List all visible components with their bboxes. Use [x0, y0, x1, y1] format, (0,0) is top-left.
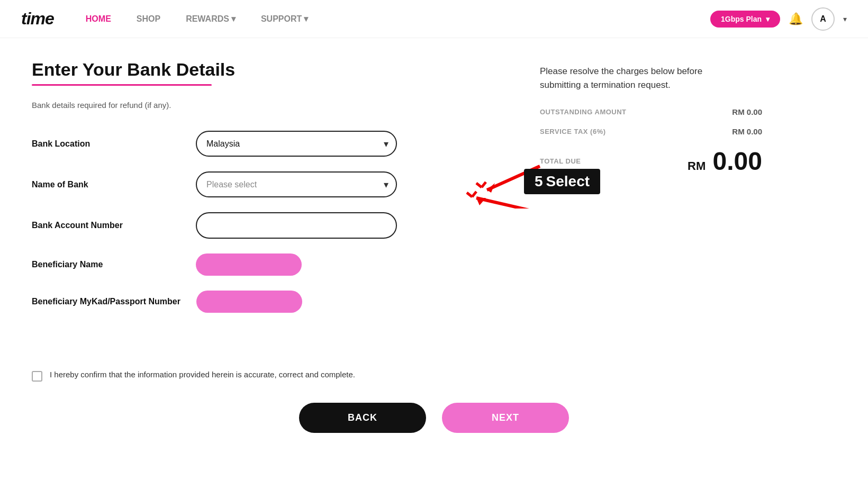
form-subtitle: Bank details required for refund (if any…	[32, 101, 498, 110]
plan-chevron-icon: ▾	[766, 15, 770, 23]
beneficiary-mykad-row: Beneficiary MyKad/Passport Number	[32, 291, 498, 313]
bank-name-select-wrapper: Please select Maybank CIMB Bank Public B…	[196, 171, 397, 197]
service-tax-row: SERVICE TAX (6%) RM 0.00	[540, 127, 762, 136]
svg-line-4	[476, 198, 545, 209]
bank-name-select[interactable]: Please select Maybank CIMB Bank Public B…	[196, 171, 397, 197]
outstanding-row: OUTSTANDING AMOUNT RM 0.00	[540, 107, 762, 116]
chevron-down-icon: ▾	[231, 14, 236, 24]
back-button[interactable]: BACK	[299, 403, 426, 433]
avatar-dropdown-icon[interactable]: ▾	[843, 15, 847, 23]
checkbox-section: I hereby confirm that the information pr…	[0, 370, 868, 382]
bank-account-row: Bank Account Number	[32, 212, 498, 239]
total-label: TOTAL DUE	[540, 157, 581, 165]
svg-line-6	[467, 193, 472, 197]
plan-badge[interactable]: 1Gbps Plan ▾	[710, 11, 780, 28]
bank-account-input[interactable]	[196, 212, 397, 239]
bank-location-select[interactable]: Malaysia Singapore Other	[196, 131, 397, 157]
beneficiary-name-row: Beneficiary Name	[32, 253, 498, 276]
total-value: RM 0.00	[688, 147, 762, 176]
charges-table: OUTSTANDING AMOUNT RM 0.00 SERVICE TAX (…	[540, 107, 762, 176]
nav-right: 1Gbps Plan ▾ 🔔 A ▾	[710, 7, 847, 31]
form-section: Enter Your Bank Details Bank details req…	[32, 59, 498, 328]
title-underline	[32, 84, 212, 86]
svg-marker-5	[476, 198, 486, 205]
beneficiary-name-label: Beneficiary Name	[32, 260, 180, 269]
bank-location-row: Bank Location Malaysia Singapore Other ▾	[32, 131, 498, 157]
nav-rewards[interactable]: REWARDS ▾	[186, 14, 236, 24]
main-content: Enter Your Bank Details Bank details req…	[0, 38, 868, 349]
beneficiary-mykad-control	[196, 291, 397, 313]
svg-line-2	[476, 183, 482, 187]
beneficiary-name-filled-bar	[196, 253, 302, 276]
nav-links: HOME SHOP REWARDS ▾ SUPPORT ▾	[86, 14, 710, 24]
bank-location-label: Bank Location	[32, 139, 180, 149]
navbar: time HOME SHOP REWARDS ▾ SUPPORT ▾ 1Gbps…	[0, 0, 868, 38]
svg-line-7	[472, 192, 476, 197]
nav-home[interactable]: HOME	[86, 14, 111, 24]
service-tax-value: RM 0.00	[732, 127, 762, 136]
notification-bell-icon[interactable]: 🔔	[789, 12, 803, 26]
right-panel: Please resolve the charges below before …	[540, 59, 762, 328]
next-button[interactable]: NEXT	[442, 403, 569, 433]
svg-line-0	[487, 166, 540, 190]
plan-label: 1Gbps Plan	[721, 15, 762, 23]
resolve-text: Please resolve the charges below before …	[540, 65, 730, 92]
checkbox-label: I hereby confirm that the information pr…	[50, 370, 355, 379]
bank-name-label: Name of Bank	[32, 180, 180, 189]
svg-line-3	[482, 182, 486, 187]
bank-account-control	[196, 212, 397, 239]
button-row: BACK NEXT	[0, 403, 868, 433]
total-row: TOTAL DUE RM 0.00	[540, 147, 762, 176]
chevron-down-icon: ▾	[304, 14, 308, 24]
bank-name-row: Name of Bank Please select Maybank CIMB …	[32, 171, 498, 197]
outstanding-label: OUTSTANDING AMOUNT	[540, 108, 627, 116]
page-title: Enter Your Bank Details	[32, 59, 498, 80]
bank-account-label: Bank Account Number	[32, 221, 180, 230]
bank-location-control: Malaysia Singapore Other ▾	[196, 131, 397, 157]
avatar[interactable]: A	[811, 7, 835, 31]
service-tax-label: SERVICE TAX (6%)	[540, 128, 606, 135]
beneficiary-mykad-filled-bar	[196, 291, 302, 313]
total-amount: 0.00	[713, 147, 762, 175]
bank-name-control: Please select Maybank CIMB Bank Public B…	[196, 171, 397, 197]
outstanding-value: RM 0.00	[732, 107, 762, 116]
total-prefix: RM	[688, 159, 706, 173]
nav-shop[interactable]: SHOP	[137, 14, 160, 24]
nav-support[interactable]: SUPPORT ▾	[261, 14, 308, 24]
confirm-checkbox[interactable]	[32, 371, 42, 382]
logo[interactable]: time	[21, 9, 54, 29]
svg-marker-1	[487, 183, 495, 193]
beneficiary-mykad-label: Beneficiary MyKad/Passport Number	[32, 297, 180, 306]
beneficiary-name-control	[196, 253, 397, 276]
bank-location-select-wrapper: Malaysia Singapore Other ▾	[196, 131, 397, 157]
